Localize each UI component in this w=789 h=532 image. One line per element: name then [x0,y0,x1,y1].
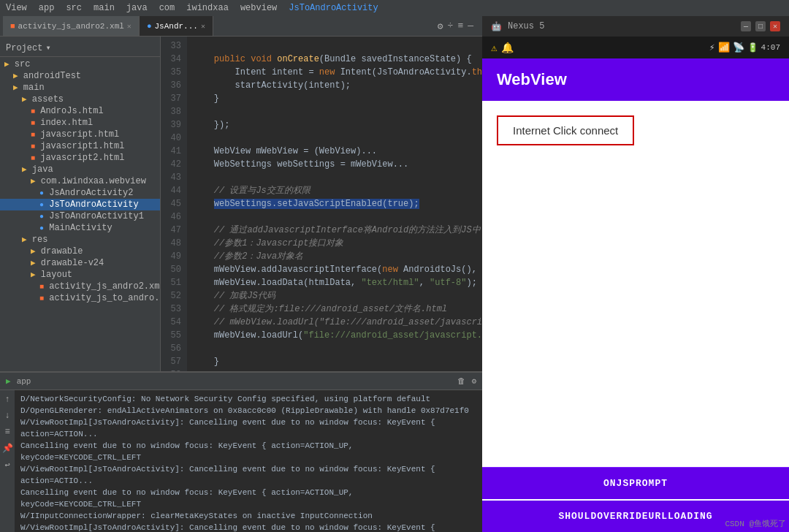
console-line: Cancelling event due to no window focus:… [20,487,476,510]
menu-webview[interactable]: webview [240,3,277,13]
tree-item[interactable]: ■ javascript.html [0,129,160,140]
line-numbers: 33 34 35 36 37 38 39 40 41 42 43 44 45 4… [161,37,187,371]
phone-panel: 🤖 Nexus 5 — □ ✕ ⚠ 🔔 ⚡ 📶 📡 [482,16,789,532]
tree-item[interactable]: ▶ res [0,234,160,246]
tree-item[interactable]: ● JsToAndroActivity [0,199,160,210]
main-area: ■ activity_js_andro2.xml ✕ ● JsAndr... ✕… [0,16,789,532]
minimize-button[interactable]: — [741,21,751,31]
split-icon[interactable]: ÷ [448,20,454,31]
console-pin-icon[interactable]: 📌 [1,441,15,455]
menu-java[interactable]: java [126,3,148,13]
tree-item[interactable]: ■ activity_js_andro2.xml [0,281,160,292]
window-controls: — □ ✕ [741,21,780,31]
tree-item[interactable]: ▶ src [0,58,160,70]
menu-bar: View app src main java com iwindxaa webv… [0,0,789,16]
watermark: CSDN @鱼饿死了 [725,518,786,529]
console-wrap-icon[interactable]: ↩ [3,458,11,472]
tab-bar: ■ activity_js_andro2.xml ✕ ● JsAndr... ✕… [0,16,482,37]
menu-src[interactable]: src [66,3,82,13]
console-clear-icon[interactable]: 🗑 [457,376,465,386]
menu-iwindxaa[interactable]: iwindxaa [186,3,229,13]
connect-button[interactable]: Internet Click connect [497,115,634,145]
code-editor[interactable]: 33 34 35 36 37 38 39 40 41 42 43 44 45 4… [161,37,482,371]
webview-title: WebView [497,70,774,89]
tree-item[interactable]: ▶ layout [0,269,160,281]
tree-item[interactable]: ▶ main [0,82,160,94]
console-line: D/OpenGLRenderer: endAllActiveAnimators … [20,405,476,417]
console-filter-icon[interactable]: ⚙ [471,376,476,386]
phone-content: WebView Internet Click connect ONJSPROMP… [482,58,789,532]
console-scroll-icon[interactable]: ≡ [3,425,11,438]
signal-icon: 📡 [733,42,744,53]
status-right: ⚡ 📶 📡 🔋 4:07 [709,42,780,53]
onjsprompt-button[interactable]: ONJSPROMPT [482,467,789,499]
console-app-icon: ▶ [6,376,11,386]
tree-item[interactable]: ▶ androidTest [0,70,160,82]
phone-title: Nexus 5 [508,21,544,31]
tab-activity-xml[interactable]: ■ activity_js_andro2.xml ✕ [3,16,140,36]
tree-item[interactable]: ▶ drawable-v24 [0,257,160,269]
console-up-icon[interactable]: ↑ [3,393,11,406]
console-app-label: app [17,377,31,386]
menu-com[interactable]: com [159,3,175,13]
file-tree: Project ▾ ▶ src▶ androidTest▶ main▶ asse… [0,37,161,371]
tab-jsandro[interactable]: ● JsAndr... ✕ [140,16,213,36]
close-button[interactable]: ✕ [770,21,780,31]
battery-icon: 🔋 [747,42,758,53]
tree-item[interactable]: ● MainActivity [0,222,160,234]
tab-actions: ⚙ ÷ ≡ — [438,20,479,32]
webview-body: Internet Click connect [482,101,789,467]
phone-status-bar: ⚠ 🔔 ⚡ 📶 📡 🔋 4:07 [482,37,789,58]
project-label: Project [6,43,42,53]
console-line: W/ViewRootImpl[JsToAndroActivity]: Cance… [20,522,476,532]
menu-activity[interactable]: JsToAndroActivity [289,3,378,13]
status-left: ⚠ 🔔 [491,42,514,54]
menu-app[interactable]: app [39,3,55,13]
tree-item[interactable]: ▶ assets [0,94,160,105]
project-header: Project ▾ [0,39,160,57]
code-content[interactable]: public void onCreate(Bundle savedInstanc… [187,37,482,371]
console-line: D/NetworkSecurityConfig: No Network Secu… [20,393,476,405]
restore-button[interactable]: □ [755,21,766,31]
notification-warning-icon: ⚠ [491,42,497,54]
tree-item[interactable]: ▶ com.iwindxaa.webview [0,175,160,187]
console-line: W/ViewRootImpl[JsToAndroActivity]: Cance… [20,463,476,487]
console-left-icons: ↑ ↓ ≡ 📌 ↩ [0,390,15,532]
console-content: D/NetworkSecurityConfig: No Network Secu… [15,390,482,532]
console-down-icon[interactable]: ↓ [3,409,11,422]
tree-item[interactable]: ▶ java [0,164,160,175]
time-display: 4:07 [761,43,780,52]
tree-item[interactable]: ■ AndroJs.html [0,105,160,117]
android-icon: 🤖 [491,21,502,32]
dropdown-icon[interactable]: ▾ [45,42,50,53]
minimize-icon[interactable]: — [468,20,473,31]
tree-item[interactable]: ● JsAndroActivity2 [0,187,160,199]
settings-icon[interactable]: ⚙ [438,20,443,32]
console-line: W/IInputConnectionWrapper: clearMetaKeyS… [20,510,476,522]
console-line: W/ViewRootImpl[JsToAndroActivity]: Cance… [20,417,476,440]
console-line: Cancelling event due to no window focus:… [20,440,476,463]
bluetooth-icon: ⚡ [709,42,715,53]
menu-view[interactable]: View [6,3,27,13]
wifi-icon: 📶 [718,42,730,53]
tree-item[interactable]: ■ javascript2.html [0,152,160,164]
notification-bell-icon: 🔔 [501,42,514,54]
ide-panel: ■ activity_js_andro2.xml ✕ ● JsAndr... ✕… [0,16,482,532]
console-inner: ↑ ↓ ≡ 📌 ↩ D/NetworkSecurityConfig: No Ne… [0,390,482,532]
project-panel: Project ▾ ▶ src▶ androidTest▶ main▶ asse… [0,37,482,371]
tree-item[interactable]: ■ javascript1.html [0,140,160,152]
webview-header: WebView [482,58,789,101]
menu-icon[interactable]: ≡ [457,20,463,31]
console-panel: ▶ app 🗑 ⚙ ↑ ↓ ≡ 📌 ↩ D/NetworkSecurityCon… [0,371,482,532]
tree-item[interactable]: ▶ drawable [0,246,160,257]
menu-main[interactable]: main [94,3,115,13]
tree-item[interactable]: ■ activity_js_to_andro.xml [0,292,160,304]
phone-title-bar: 🤖 Nexus 5 — □ ✕ [482,16,789,37]
tree-item[interactable]: ● JsToAndroActivity1 [0,210,160,222]
tree-item[interactable]: ■ index.html [0,117,160,129]
